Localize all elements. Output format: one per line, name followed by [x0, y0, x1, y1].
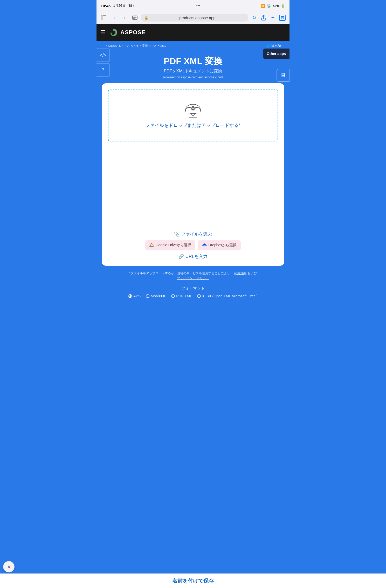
breadcrumb-current: PDF〜XML [152, 44, 166, 48]
display-button[interactable]: 🖥 [277, 69, 290, 82]
breadcrumb-sep-2: > [140, 44, 141, 47]
logo-container: ASPOSE [109, 28, 146, 37]
tabs-count-label: ⊡ [279, 15, 286, 21]
status-date: 1月26日（日） [113, 3, 136, 8]
terms-prefix: *ファイルをアップロードするか、当社のサービスを使用することにより、 [129, 271, 233, 275]
svg-rect-14 [193, 106, 194, 107]
help-icon: ? [102, 67, 104, 73]
other-apps-button[interactable]: Other apps [263, 49, 290, 59]
hamburger-menu-button[interactable]: ☰ [101, 29, 106, 36]
sidebar-toggle-button[interactable] [100, 13, 108, 22]
back-button[interactable]: ‹ [110, 13, 118, 22]
format-section: フォーマット APS MobiXML PDF XML XLSX (Open XM… [101, 286, 285, 298]
upload-card: ファイルをドロップまたはアップロードする* 📎 ファイルを選ぶ [102, 83, 284, 266]
share-button[interactable] [259, 13, 268, 22]
page-title: PDF XML 変換 [116, 56, 270, 66]
breadcrumb-products[interactable]: PRODUCTS [105, 44, 121, 47]
code-icon: </> [100, 53, 106, 58]
reader-mode-button[interactable] [131, 13, 139, 22]
status-bar: 10:45 1月26日（日） ••• 📶 📡 53% 🔋 [96, 0, 290, 11]
format-option-xlsx[interactable]: XLSX (Open XML Microsoft Excel) [197, 294, 258, 298]
choose-file-label: ファイルを選ぶ [181, 231, 212, 237]
nav-header: ☰ ASPOSE [96, 24, 290, 41]
breadcrumb-convert[interactable]: 変換 [142, 44, 148, 48]
dropbox-icon [202, 243, 207, 248]
svg-line-19 [191, 114, 193, 116]
aspose-logo-icon [109, 28, 118, 37]
paperclip-icon: 📎 [174, 231, 180, 237]
reload-button[interactable]: ↻ [250, 13, 258, 22]
drop-zone[interactable]: ファイルをドロップまたはアップロードする* [108, 90, 278, 141]
url-label: URLを入力 [185, 254, 208, 259]
bottom-spacer [101, 302, 285, 320]
url-input-button[interactable]: 🔗 URLを入力 [178, 254, 208, 259]
format-mobixml-label: MobiXML [151, 294, 166, 298]
url-text: products.aspose.app [150, 16, 245, 20]
status-time: 10:45 [101, 4, 111, 8]
breadcrumb-pdf-apps[interactable]: PDF APPS [125, 44, 139, 47]
globe-icon: 🌐 [266, 44, 270, 48]
page-title-section: PDF XML 変換 PDFをXMLドキュメントに変換 Powered by a… [101, 51, 285, 83]
card-spacer [108, 146, 278, 229]
language-button[interactable]: 🌐 日本語 [266, 43, 281, 48]
format-pdfxml-label: PDF XML [176, 294, 192, 298]
battery-percent: 53% [273, 4, 279, 8]
status-right: 📶 📡 53% 🔋 [261, 4, 285, 8]
google-drive-label: Google Driveから選択 [156, 243, 191, 248]
svg-marker-22 [150, 243, 154, 247]
forward-button[interactable]: › [120, 13, 129, 22]
privacy-link[interactable]: プライバシー ポリシー [177, 276, 209, 280]
format-option-pdfxml[interactable]: PDF XML [171, 294, 192, 298]
dropbox-label: Dropboxから選択 [208, 243, 237, 248]
svg-rect-15 [193, 110, 194, 111]
file-actions: 📎 ファイルを選ぶ Google Driveから選択 [108, 229, 278, 259]
code-view-button[interactable]: </> [96, 49, 110, 62]
add-tab-button[interactable]: + [269, 13, 277, 22]
link-icon: 🔗 [178, 254, 184, 259]
format-label: フォーマット [101, 286, 285, 291]
choose-file-button[interactable]: 📎 ファイルを選ぶ [174, 231, 212, 237]
svg-line-25 [152, 243, 154, 247]
format-option-mobixml[interactable]: MobiXML [146, 294, 166, 298]
monitor-icon: 🖥 [280, 72, 286, 78]
terms-text: *ファイルをアップロードするか、当社のサービスを使用することにより、 利用規約 … [103, 271, 283, 281]
address-bar[interactable]: 🔒 products.aspose.app [141, 14, 248, 22]
side-buttons: </> ? [96, 49, 110, 77]
wifi-icon: 📡 [267, 4, 271, 8]
breadcrumb-bar: PRODUCTS > PDF APPS > 変換 > PDF〜XML 🌐 日本語 [101, 41, 285, 51]
breadcrumb-sep-3: > [149, 44, 150, 47]
google-drive-icon [149, 243, 154, 248]
page-subtitle: PDFをXMLドキュメントに変換 [116, 69, 270, 74]
svg-point-13 [192, 107, 194, 109]
svg-line-20 [193, 114, 195, 116]
terms-link[interactable]: 利用規約 [234, 271, 246, 275]
signal-icon: 📶 [261, 4, 265, 8]
format-option-aps[interactable]: APS [128, 294, 141, 298]
svg-line-24 [150, 243, 152, 247]
svg-rect-16 [191, 108, 192, 108]
format-aps-label: APS [133, 294, 141, 298]
status-left: 10:45 1月26日（日） [101, 3, 136, 8]
aspose-cloud-link[interactable]: aspose.cloud [204, 76, 223, 79]
tabs-button[interactable]: ⊡ [278, 13, 286, 22]
powered-by: Powered by aspose.com and aspose.cloud [116, 76, 270, 79]
radio-aps [128, 294, 132, 298]
help-button[interactable]: ? [96, 63, 110, 77]
browser-actions: ↻ + ⊡ [250, 13, 286, 22]
drop-zone-text: ファイルをドロップまたはアップロードする* [145, 122, 240, 128]
status-center-dots: ••• [196, 4, 200, 8]
lock-icon: 🔒 [144, 16, 148, 20]
aspose-com-link[interactable]: aspose.com [181, 76, 197, 79]
dropbox-button[interactable]: Dropboxから選択 [198, 240, 241, 250]
battery-icon: 🔋 [281, 4, 285, 8]
main-content: PRODUCTS > PDF APPS > 変換 > PDF〜XML 🌐 日本語… [96, 41, 290, 328]
breadcrumb: PRODUCTS > PDF APPS > 変換 > PDF〜XML [105, 44, 166, 48]
terms-and: および [247, 271, 257, 275]
breadcrumb-sep-1: > [122, 44, 123, 47]
lang-label: 日本語 [271, 43, 281, 48]
radio-xlsx [197, 294, 201, 298]
google-drive-button[interactable]: Google Driveから選択 [145, 240, 196, 250]
powered-by-prefix: Powered by [163, 76, 181, 79]
svg-rect-1 [101, 15, 103, 20]
logo-text: ASPOSE [120, 29, 146, 36]
